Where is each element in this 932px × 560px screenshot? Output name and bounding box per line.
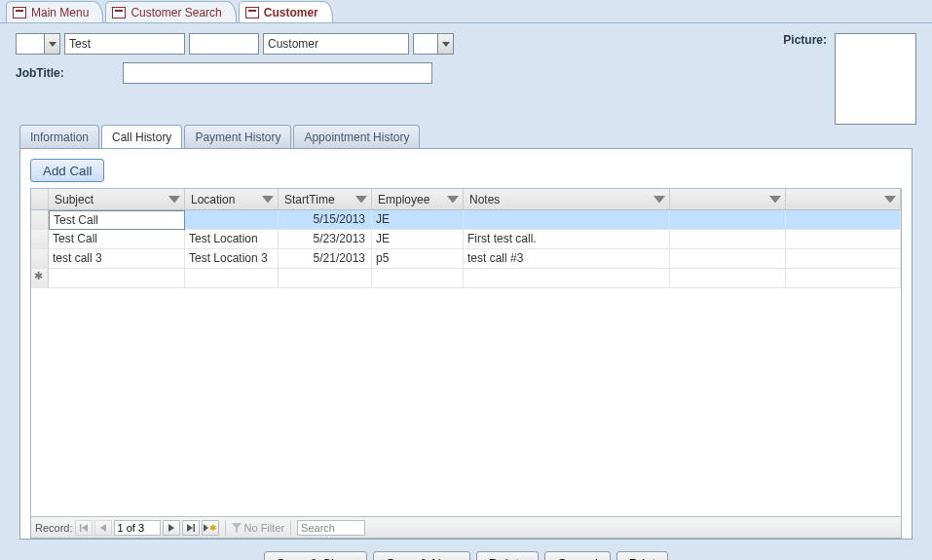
svg-marker-6 — [653, 196, 665, 204]
chevron-down-icon — [355, 196, 367, 204]
grid-row[interactable]: Test Call Test Location 5/23/2013 JE Fir… — [31, 230, 901, 249]
cell-employee[interactable]: JE — [372, 210, 464, 229]
cell-employee[interactable] — [372, 269, 464, 287]
cell-extra[interactable] — [670, 210, 786, 229]
svg-marker-4 — [355, 196, 367, 204]
nav-prev-button[interactable] — [94, 520, 112, 536]
cell-extra[interactable] — [670, 230, 786, 248]
record-navigator: Record: ✱ No Filter — [31, 516, 901, 538]
jobtitle-field[interactable] — [123, 62, 432, 84]
tab-payment-history[interactable]: Payment History — [184, 125, 291, 148]
row-selector[interactable] — [31, 249, 49, 268]
first-name-field[interactable]: Test — [64, 33, 185, 55]
grid-row[interactable]: Test Call 5/15/2013 JE — [31, 210, 901, 230]
grid-search-input[interactable] — [297, 520, 365, 536]
cell-subject[interactable]: Test Call — [49, 210, 185, 230]
nav-last-button[interactable] — [182, 520, 200, 536]
row-selector[interactable] — [31, 230, 49, 248]
jobtitle-label: JobTitle: — [16, 66, 64, 80]
cell-notes[interactable]: First test call. — [464, 230, 670, 248]
nav-next-button[interactable] — [163, 520, 180, 536]
svg-marker-5 — [447, 196, 459, 204]
last-name-field[interactable]: Customer — [263, 33, 409, 55]
save-close-button[interactable]: Save & Close — [264, 551, 368, 560]
window-tab-customer[interactable]: Customer — [239, 1, 333, 22]
nav-new-button[interactable]: ✱ — [202, 520, 219, 536]
col-notes[interactable]: Notes — [464, 189, 670, 209]
svg-marker-11 — [100, 524, 106, 532]
col-extra-1[interactable] — [670, 189, 786, 209]
cell-start[interactable] — [279, 269, 372, 287]
cell-subject[interactable] — [49, 269, 185, 287]
chevron-down-icon — [168, 196, 180, 204]
suffix-combo[interactable] — [413, 33, 454, 55]
chevron-down-icon — [769, 196, 781, 204]
svg-marker-1 — [442, 42, 450, 47]
cell-extra[interactable] — [786, 210, 902, 229]
middle-name-field[interactable] — [189, 33, 259, 55]
cell-start[interactable]: 5/21/2013 — [279, 249, 372, 268]
form-header: Test Customer JobTitle: — [16, 33, 916, 125]
print-button[interactable]: Print — [616, 551, 668, 560]
form-icon — [13, 7, 26, 19]
col-subject[interactable]: Subject — [49, 189, 185, 209]
cancel-button[interactable]: Cancel — [544, 551, 611, 560]
row-selector-header[interactable] — [31, 189, 49, 209]
form-icon — [112, 7, 126, 19]
chevron-down-icon — [44, 34, 59, 54]
svg-rect-14 — [193, 524, 195, 532]
svg-marker-15 — [204, 524, 208, 532]
svg-marker-10 — [82, 524, 88, 532]
grid-new-row[interactable] — [31, 269, 901, 288]
call-grid: Subject Location StartTime Employee Note… — [30, 188, 902, 539]
cell-location[interactable]: Test Location 3 — [185, 249, 279, 268]
col-location[interactable]: Location — [185, 189, 279, 209]
tab-information[interactable]: Information — [19, 125, 99, 148]
cell-subject[interactable]: Test Call — [49, 230, 185, 248]
funnel-icon — [232, 523, 242, 533]
form-area: Test Customer JobTitle: — [0, 23, 932, 560]
tab-appointment-history[interactable]: Appointment History — [293, 125, 420, 148]
cell-location[interactable] — [185, 269, 279, 287]
cell-extra[interactable] — [786, 249, 902, 268]
cell-location[interactable]: Test Location — [185, 230, 279, 248]
prefix-combo[interactable] — [16, 33, 60, 55]
delete-button[interactable]: Delete — [476, 551, 540, 560]
cell-notes[interactable] — [464, 210, 670, 229]
tab-call-history[interactable]: Call History — [101, 125, 182, 148]
cell-employee[interactable]: JE — [372, 230, 464, 248]
grid-row[interactable]: test call 3 Test Location 3 5/21/2013 p5… — [31, 249, 901, 269]
cell-extra[interactable] — [670, 269, 786, 287]
form-icon — [245, 7, 259, 19]
action-bar: Save & Close Save & New Delete Cancel Pr… — [16, 545, 916, 560]
col-employee[interactable]: Employee — [372, 189, 464, 209]
chevron-down-icon — [653, 196, 665, 204]
chevron-down-icon — [884, 196, 896, 204]
picture-box[interactable] — [835, 33, 916, 125]
cell-start[interactable]: 5/23/2013 — [279, 230, 372, 248]
save-new-button[interactable]: Save & New — [373, 551, 469, 560]
cell-notes[interactable]: test call #3 — [464, 249, 670, 268]
cell-notes[interactable] — [464, 269, 670, 287]
svg-marker-8 — [884, 196, 896, 204]
cell-employee[interactable]: p5 — [372, 249, 464, 268]
filter-indicator[interactable]: No Filter — [232, 522, 285, 534]
window-tab-customer-search[interactable]: Customer Search — [105, 1, 236, 22]
cell-location[interactable] — [185, 210, 279, 229]
window-tab-main-menu[interactable]: Main Menu — [6, 1, 103, 22]
col-extra-2[interactable] — [786, 189, 902, 209]
row-selector[interactable] — [31, 210, 49, 229]
record-label: Record: — [35, 522, 73, 534]
svg-marker-0 — [49, 42, 56, 47]
add-call-button[interactable]: Add Call — [30, 159, 104, 182]
window-tab-label: Customer Search — [130, 6, 221, 19]
cell-extra[interactable] — [670, 249, 786, 268]
nav-first-button[interactable] — [75, 520, 93, 536]
cell-start[interactable]: 5/15/2013 — [279, 210, 372, 229]
cell-subject[interactable]: test call 3 — [49, 249, 185, 268]
cell-extra[interactable] — [786, 230, 902, 248]
row-selector-new[interactable] — [31, 269, 49, 287]
cell-extra[interactable] — [786, 269, 902, 287]
record-position-input[interactable] — [114, 520, 161, 536]
col-starttime[interactable]: StartTime — [279, 189, 372, 209]
